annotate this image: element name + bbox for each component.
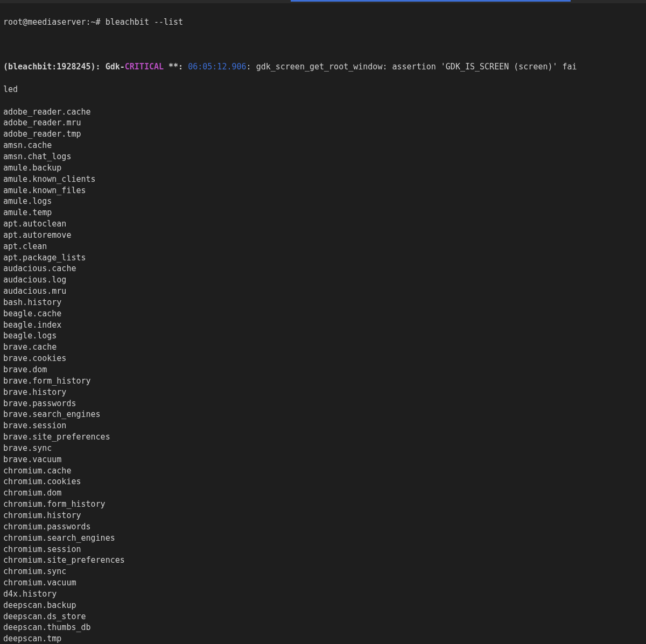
cleaner-item: adobe_reader.tmp xyxy=(3,129,643,140)
cleaner-item: amule.temp xyxy=(3,207,643,218)
cleaner-item: chromium.passwords xyxy=(3,521,643,533)
cleaner-item: d4x.history xyxy=(3,589,643,600)
cleaner-item: brave.session xyxy=(3,420,643,431)
error-colon: : xyxy=(247,62,256,72)
cleaner-item: brave.cache xyxy=(3,342,643,353)
cleaner-item: brave.sync xyxy=(3,443,643,454)
cleaner-item: beagle.cache xyxy=(3,308,643,320)
cleaner-item: adobe_reader.cache xyxy=(3,107,643,118)
cleaner-item: audacious.mru xyxy=(3,286,643,297)
error-stars: **: xyxy=(164,62,188,72)
cleaner-item: brave.dom xyxy=(3,364,643,376)
cleaner-item: beagle.index xyxy=(3,320,643,331)
cleaner-item: audacious.log xyxy=(3,274,643,286)
cleaner-item: bash.history xyxy=(3,297,643,308)
error-line-2: led xyxy=(3,84,643,95)
cleaner-item: audacious.cache xyxy=(3,263,643,274)
cleaner-item: deepscan.ds_store xyxy=(3,611,643,622)
command-text: bleachbit --list xyxy=(106,17,184,27)
cleaner-item: chromium.sync xyxy=(3,566,643,577)
prompt-symbol: # xyxy=(96,17,106,27)
cleaner-item: deepscan.tmp xyxy=(3,633,643,644)
error-prefix: (bleachbit:1928245): Gdk- xyxy=(3,62,125,72)
cleaner-item: chromium.session xyxy=(3,544,643,555)
prompt-line: root@meediaserver:~# bleachbit --list xyxy=(3,17,643,28)
cleaner-item: deepscan.backup xyxy=(3,600,643,611)
cleaner-item: amule.known_files xyxy=(3,185,643,196)
cleaner-item: brave.vacuum xyxy=(3,454,643,465)
prompt-user-host: root@meediaserver: xyxy=(3,17,91,27)
cleaner-item: brave.search_engines xyxy=(3,409,643,420)
error-line-1: (bleachbit:1928245): Gdk-CRITICAL **: 06… xyxy=(3,61,643,73)
cleaner-item: amule.logs xyxy=(3,196,643,207)
cleaner-item: apt.package_lists xyxy=(3,252,643,264)
cleaner-item: amule.backup xyxy=(3,162,643,174)
cleaner-item: apt.autoremove xyxy=(3,230,643,241)
cleaner-item: brave.site_preferences xyxy=(3,431,643,443)
cleaner-item: deepscan.thumbs_db xyxy=(3,622,643,633)
cleaner-item: brave.history xyxy=(3,387,643,398)
cleaner-item: chromium.form_history xyxy=(3,499,643,510)
cleaner-item: beagle.logs xyxy=(3,330,643,342)
cleaner-item: apt.autoclean xyxy=(3,218,643,230)
blank-line xyxy=(3,39,643,51)
cleaner-item: chromium.vacuum xyxy=(3,577,643,589)
error-severity: CRITICAL xyxy=(125,62,164,72)
cleaner-item: brave.form_history xyxy=(3,376,643,387)
cleaner-item: chromium.search_engines xyxy=(3,533,643,544)
cleaner-item: amule.known_clients xyxy=(3,174,643,185)
cleaner-item: amsn.cache xyxy=(3,140,643,151)
cleaner-item: chromium.cookies xyxy=(3,476,643,487)
cleaner-item: chromium.dom xyxy=(3,487,643,499)
titlebar-accent xyxy=(291,0,571,2)
cleaner-item: chromium.cache xyxy=(3,465,643,477)
window-titlebar xyxy=(0,0,646,3)
cleaner-list: adobe_reader.cacheadobe_reader.mruadobe_… xyxy=(3,107,643,644)
error-timestamp: 06:05:12.906 xyxy=(188,62,246,72)
cleaner-item: brave.cookies xyxy=(3,353,643,364)
error-message-2: led xyxy=(3,84,18,94)
error-message-1: gdk_screen_get_root_window: assertion 'G… xyxy=(256,62,577,72)
terminal-output[interactable]: root@meediaserver:~# bleachbit --list (b… xyxy=(0,3,646,644)
cleaner-item: apt.clean xyxy=(3,241,643,252)
cleaner-item: brave.passwords xyxy=(3,398,643,409)
cleaner-item: chromium.history xyxy=(3,510,643,521)
prompt-cwd: ~ xyxy=(91,17,96,27)
cleaner-item: adobe_reader.mru xyxy=(3,117,643,129)
cleaner-item: amsn.chat_logs xyxy=(3,151,643,162)
cleaner-item: chromium.site_preferences xyxy=(3,555,643,566)
